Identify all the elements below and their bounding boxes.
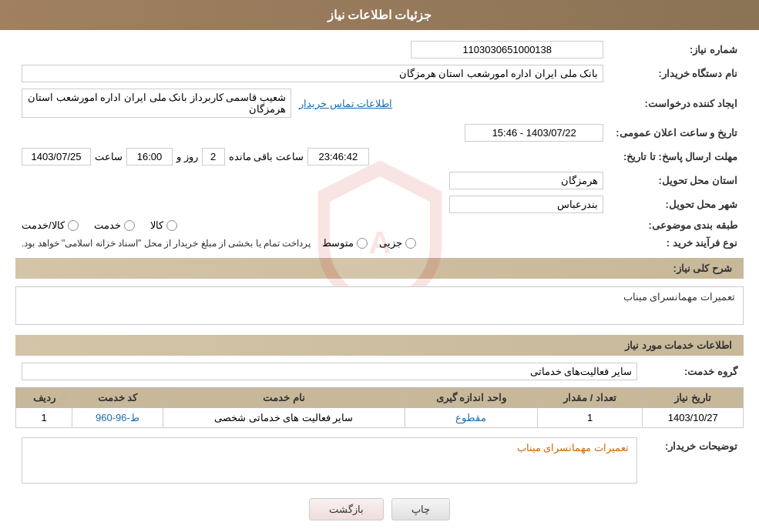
cell-date: 1403/10/27 (643, 408, 744, 428)
category-kala-khedmat-label: کالا/خدمت (22, 219, 65, 231)
category-khedmat-label: خدمت (94, 219, 121, 231)
purchase-type-row: پرداخت تمام یا بخشی از مبلغ خریدار از مح… (22, 237, 603, 249)
category-label: طبقه بندی موضوعی: (610, 216, 744, 234)
response-time: 16:00 (126, 148, 173, 166)
response-deadline-label: مهلت ارسال پاسخ: تا تاریخ: (610, 145, 744, 169)
contact-link[interactable]: اطلاعات تماس خریدار (299, 98, 392, 109)
col-row-num: ردیف (16, 388, 72, 408)
radio-khedmat[interactable] (124, 220, 135, 231)
purchase-type-desc: پرداخت تمام یا بخشی از مبلغ خریدار از مح… (22, 238, 311, 249)
response-date: 1403/07/25 (22, 148, 91, 166)
page-title: جزئیات اطلاعات نیاز (327, 8, 432, 22)
city-value: بندرعباس (449, 196, 603, 213)
description-section-title: شرح کلی نیاز: (15, 258, 744, 279)
response-day-label: روز و (176, 151, 198, 162)
category-option-kala-khedmat[interactable]: کالا/خدمت (22, 219, 79, 231)
response-remaining: 23:46:42 (307, 148, 369, 166)
category-kala-label: کالا (150, 219, 163, 231)
category-option-khedmat[interactable]: خدمت (94, 219, 135, 231)
request-number-label: شماره نیاز: (610, 38, 744, 62)
response-time-label: ساعت (95, 151, 123, 162)
cell-service-name: سایر فعالیت های خدماتی شخصی (163, 408, 405, 428)
province-label: استان محل تحویل: (610, 169, 744, 192)
back-button[interactable]: بازگشت (309, 498, 384, 520)
request-number-value: 1103030651000138 (411, 41, 603, 59)
radio-kala-khedmat[interactable] (68, 220, 79, 231)
province-value: هرمزگان (449, 172, 603, 189)
purchase-type-minor[interactable]: جزیی (379, 237, 416, 249)
creator-value: شعیب قاسمی کاربرداز بانک ملی ایران اداره… (22, 89, 291, 118)
radio-moderate[interactable] (357, 238, 368, 249)
response-days: 2 (202, 148, 225, 166)
purchase-minor-label: جزیی (379, 237, 402, 249)
col-unit: واحد اندازه گیری (405, 388, 537, 408)
service-group-label: گروه خدمت: (643, 360, 744, 383)
creator-label: ایجاد کننده درخواست: (610, 85, 744, 121)
cell-row-num: 1 (16, 408, 72, 428)
buyer-desc-value: تعمیرات مهمانسرای میناب (517, 442, 629, 453)
table-row: 1403/10/27 1 مقطوع سایر فعالیت های خدمات… (16, 408, 744, 428)
col-date: تاریخ نیاز (643, 388, 744, 408)
purchase-type-moderate[interactable]: متوسط (322, 237, 368, 249)
cell-quantity: 1 (537, 408, 643, 428)
radio-minor[interactable] (405, 238, 416, 249)
category-option-kala[interactable]: کالا (150, 219, 177, 231)
col-quantity: تعداد / مقدار (537, 388, 643, 408)
category-options: کالا/خدمت خدمت کالا (22, 219, 603, 231)
buyer-desc-label: توضیحات خریدار: (643, 434, 744, 487)
description-value: تعمیرات مهمانسرای میناب (623, 291, 735, 303)
purchase-type-label: نوع فرآیند خرید : (610, 234, 744, 252)
announce-label: تاریخ و ساعت اعلان عمومی: (610, 121, 744, 145)
cell-service-code: ط-96-960 (72, 408, 163, 428)
purchase-moderate-label: متوسط (322, 237, 354, 249)
announce-value: 1403/07/22 - 15:46 (465, 124, 603, 142)
action-buttons: چاپ بازگشت (15, 498, 744, 520)
page-header: جزئیات اطلاعات نیاز (0, 0, 759, 30)
buyer-name-label: نام دستگاه خریدار: (610, 62, 744, 85)
radio-kala[interactable] (166, 220, 177, 231)
cell-unit: مقطوع (405, 408, 537, 428)
services-section-title: اطلاعات خدمات مورد نیاز (15, 335, 744, 356)
city-label: شهر محل تحویل: (610, 192, 744, 216)
service-group-value: سایر فعالیت‌های خدماتی (22, 363, 637, 380)
response-remaining-label: ساعت باقی مانده (229, 151, 304, 162)
col-service-code: کد خدمت (72, 388, 163, 408)
col-service-name: نام خدمت (163, 388, 405, 408)
print-button[interactable]: چاپ (391, 498, 450, 520)
buyer-name-value: بانک ملی ایران اداره امورشعب استان هرمزگ… (22, 65, 603, 82)
